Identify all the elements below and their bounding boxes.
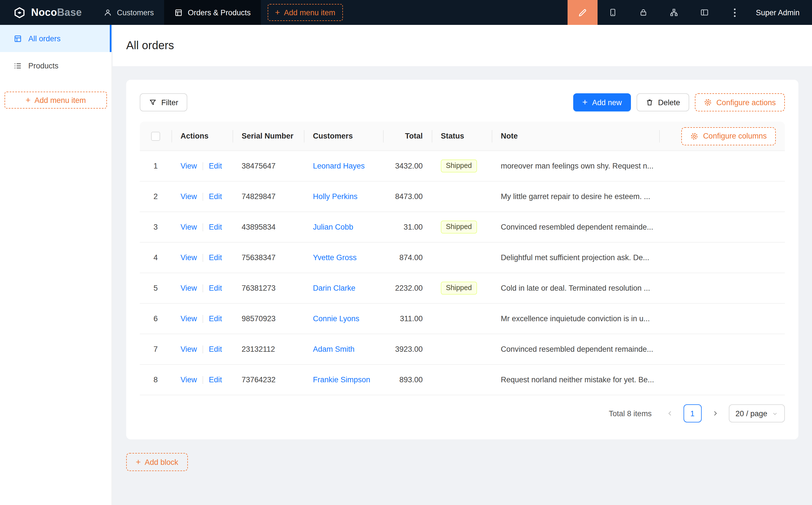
sidebar-item-all-orders[interactable]: All orders [0,25,112,52]
total-cell: 8473.00 [383,192,432,201]
header-actions: Super Admin [567,0,812,25]
sidebar: All orders Products + Add menu item [0,25,112,505]
sidebar-item-products[interactable]: Products [0,52,112,79]
orders-icon [174,8,183,17]
configure-columns-label: Configure columns [703,132,767,140]
edit-link[interactable]: Edit [209,192,222,201]
edit-link[interactable]: Edit [209,284,222,292]
view-link[interactable]: View [180,314,197,323]
ui-editor-button[interactable] [567,0,597,25]
gear-icon [704,99,712,106]
table-header-row: Actions Serial Number Customers Total St… [140,122,785,151]
column-header-status: Status [432,132,492,140]
more-button[interactable] [719,0,750,25]
plus-icon: + [25,96,30,104]
pagination-prev-button[interactable] [661,404,679,423]
logo-icon [12,5,27,19]
customer-link[interactable]: Julian Cobb [313,223,354,231]
user-menu[interactable]: Super Admin [750,0,812,25]
configure-actions-label: Configure actions [716,98,776,107]
view-link[interactable]: View [180,254,197,262]
customer-link[interactable]: Darin Clarke [313,284,355,292]
edit-link[interactable]: Edit [209,254,222,262]
logo[interactable]: NocoBase [0,0,93,25]
edit-link[interactable]: Edit [209,314,222,323]
edit-link[interactable]: Edit [209,223,222,231]
table-row: 5 View Edit 76381273 Darin Clarke 2232.0… [140,273,785,304]
view-link[interactable]: View [180,162,197,170]
layout-icon [700,8,709,17]
action-divider [202,376,203,384]
total-cell: 3923.00 [383,345,432,353]
lock-button[interactable] [628,0,658,25]
nav-item-orders-products[interactable]: Orders & Products [164,0,261,25]
customer-link[interactable]: Frankie Simpson [313,375,370,384]
table-row: 1 View Edit 38475647 Leonard Hayes 3432.… [140,151,785,182]
row-index: 6 [153,314,158,323]
serial-number-cell: 76381273 [233,284,304,292]
filter-button[interactable]: Filter [140,93,187,112]
configure-columns-button[interactable]: Configure columns [682,127,776,145]
view-link[interactable]: View [180,284,197,292]
column-header-customers: Customers [304,132,383,140]
customers-icon [103,8,112,17]
layout-button[interactable] [689,0,719,25]
page-header: All orders [113,25,812,66]
page-size-value: 20 / page [735,409,767,417]
pagination-total: Total 8 items [609,409,652,417]
total-cell: 2232.00 [383,284,432,292]
plus-icon: + [582,98,588,107]
next-icon [711,410,718,417]
customer-link[interactable]: Leonard Hayes [313,162,365,170]
add-new-label: Add new [592,98,622,107]
action-divider [202,315,203,323]
highlighter-icon [577,8,587,17]
row-index: 2 [153,192,158,201]
total-cell: 31.00 [383,223,432,231]
api-button[interactable] [658,0,689,25]
all-orders-icon [14,34,22,43]
nav-item-customers[interactable]: Customers [93,0,164,25]
sidebar-item-label: All orders [28,34,60,43]
add-block-label: Add block [145,458,178,466]
configure-actions-button[interactable]: Configure actions [695,93,785,112]
select-all-checkbox[interactable] [151,132,160,141]
table-row: 7 View Edit 23132112 Adam Smith 3923.00 … [140,334,785,365]
serial-number-cell: 98570923 [233,314,304,323]
add-menu-item-button-header[interactable]: + Add menu item [268,4,343,21]
column-header-note: Note [492,132,659,140]
action-divider [202,254,203,262]
customer-link[interactable]: Holly Perkins [313,192,358,201]
edit-link[interactable]: Edit [209,345,222,353]
add-new-button[interactable]: + Add new [573,93,631,112]
delete-button[interactable]: Delete [637,93,689,112]
row-index: 8 [153,375,158,384]
pagination-page-1[interactable]: 1 [683,404,701,423]
edit-link[interactable]: Edit [209,162,222,170]
lock-icon [639,8,648,17]
row-index: 3 [153,223,158,231]
add-block-button[interactable]: + Add block [126,453,188,471]
total-cell: 893.00 [383,375,432,384]
note-cell: Convinced resembled dependent remainde..… [492,345,659,353]
page-title: All orders [126,39,174,52]
gear-icon [691,132,698,140]
view-link[interactable]: View [180,375,197,384]
view-link[interactable]: View [180,345,197,353]
mobile-preview-button[interactable] [597,0,628,25]
customer-link[interactable]: Connie Lyons [313,314,359,323]
serial-number-cell: 74829847 [233,192,304,201]
view-link[interactable]: View [180,223,197,231]
add-menu-item-label: Add menu item [34,96,86,104]
add-menu-item-button-sidebar[interactable]: + Add menu item [5,92,107,109]
orders-table: Actions Serial Number Customers Total St… [140,122,785,395]
page-size-select[interactable]: 20 / page [728,404,785,423]
customer-link[interactable]: Yvette Gross [313,254,357,262]
column-header-actions: Actions [171,132,233,140]
edit-link[interactable]: Edit [209,375,222,384]
mobile-icon [608,8,617,17]
customer-link[interactable]: Adam Smith [313,345,355,353]
view-link[interactable]: View [180,192,197,201]
table-toolbar: Filter + Add new Delete [140,93,785,112]
pagination-next-button[interactable] [706,404,724,423]
